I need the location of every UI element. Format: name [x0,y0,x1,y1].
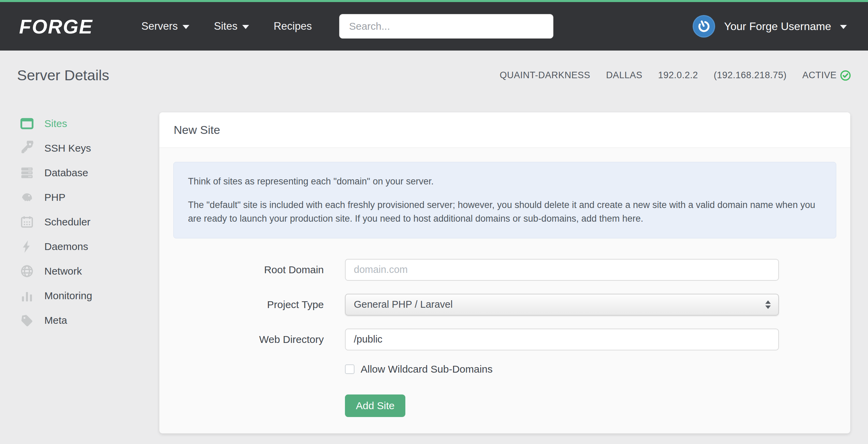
info-paragraph: Think of sites as representing each "dom… [188,175,822,189]
user-menu[interactable]: Your Forge Username [693,15,847,38]
sidebar-item-ssh-keys[interactable]: SSH Keys [19,136,142,161]
search-input[interactable] [339,14,553,39]
chevron-down-icon [183,25,189,29]
form-row-project-type: Project Type General PHP / Laravel [173,294,836,316]
check-circle-icon [840,70,851,81]
server-ip: 192.0.2.2 [658,70,698,81]
web-directory-label: Web Directory [173,334,324,345]
wildcard-checkbox[interactable] [345,364,355,374]
database-icon [19,165,35,181]
sidebar-item-label: Network [44,265,82,277]
page-title: Server Details [17,67,109,84]
info-box: Think of sites as representing each "dom… [173,162,836,238]
new-site-card: New Site Think of sites as representing … [159,112,850,433]
status-badge: ACTIVE [802,70,851,81]
chevron-down-icon [242,25,249,29]
project-type-select[interactable]: General PHP / Laravel [345,294,779,316]
root-domain-label: Root Domain [173,264,324,276]
nav-item-label: Recipes [274,20,312,32]
card-body: Think of sites as representing each "dom… [159,148,850,431]
info-paragraph: The "default" site is included with each… [188,198,822,226]
window-icon [19,116,35,131]
page-header: Server Details QUAINT-DARKNESS DALLAS 19… [17,67,851,84]
project-type-selected-value: General PHP / Laravel [354,299,453,310]
lightning-icon [19,239,35,254]
server-private-ip: (192.168.218.75) [714,70,787,81]
server-meta: QUAINT-DARKNESS DALLAS 192.0.2.2 (192.16… [500,70,851,81]
sidebar-item-database[interactable]: Database [19,161,142,185]
web-directory-input[interactable] [345,329,779,350]
avatar [693,15,715,38]
status-label: ACTIVE [802,70,837,81]
main-nav: Servers Sites Recipes [141,20,312,32]
globe-icon [19,263,35,279]
sidebar-item-monitoring[interactable]: Monitoring [19,283,142,308]
power-icon [695,17,713,36]
server-region: DALLAS [606,70,642,81]
sidebar-item-sites[interactable]: Sites [19,111,142,136]
wildcard-checkbox-row: Allow Wildcard Sub-Domains [345,363,836,375]
nav-item-servers[interactable]: Servers [141,20,189,32]
sidebar-item-scheduler[interactable]: Scheduler [19,210,142,234]
nav-item-sites[interactable]: Sites [214,20,249,32]
sidebar-item-network[interactable]: Network [19,259,142,283]
tag-icon [19,313,35,328]
server-sidebar: Sites SSH Keys Database [19,111,142,333]
sidebar-item-label: PHP [44,192,66,203]
bar-chart-icon [19,288,35,304]
elephant-icon [19,190,35,205]
sidebar-item-label: Database [44,167,88,179]
sidebar-item-meta[interactable]: Meta [19,308,142,333]
nav-item-label: Sites [214,20,237,32]
form-row-root-domain: Root Domain [173,259,836,281]
wildcard-checkbox-label[interactable]: Allow Wildcard Sub-Domains [361,363,493,375]
sidebar-item-label: SSH Keys [44,142,91,154]
user-name: Your Forge Username [724,20,831,33]
sidebar-item-label: Monitoring [44,290,92,302]
sidebar-item-label: Meta [44,315,67,326]
new-site-form: Root Domain Project Type General PHP / L… [173,259,836,417]
sidebar-item-label: Scheduler [44,216,90,228]
select-arrows-icon [765,300,771,309]
sidebar-item-label: Daemons [44,241,88,252]
chevron-down-icon [840,25,847,29]
project-type-label: Project Type [173,299,324,310]
top-navbar: FORGE Servers Sites Recipes Your Forge U… [0,0,868,51]
calendar-icon [19,214,35,230]
sidebar-item-php[interactable]: PHP [19,185,142,210]
form-row-web-directory: Web Directory [173,329,836,350]
key-icon [19,140,35,156]
sidebar-item-daemons[interactable]: Daemons [19,234,142,259]
nav-item-recipes[interactable]: Recipes [274,20,312,32]
forge-logo[interactable]: FORGE [19,15,93,38]
add-site-button[interactable]: Add Site [345,394,405,417]
nav-item-label: Servers [141,20,178,32]
root-domain-input[interactable] [345,259,779,281]
server-name: QUAINT-DARKNESS [500,70,591,81]
card-header: New Site [159,112,850,148]
sidebar-item-label: Sites [44,118,67,129]
card-title: New Site [174,123,220,137]
